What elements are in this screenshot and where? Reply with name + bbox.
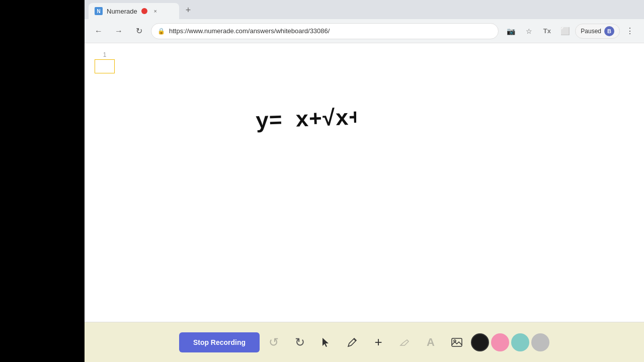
color-gray-button[interactable]: [531, 333, 549, 351]
url-text: https://www.numerade.com/answers/whitebo…: [169, 27, 492, 35]
nav-right-buttons: 📷 ☆ Tx ⬜ Paused B ⋮: [503, 23, 638, 39]
tab-favicon: N: [95, 7, 103, 15]
eraser-icon: [399, 337, 410, 348]
browser-window: N Numerade × + ← → ↻ 🔒 https://www.numer…: [85, 0, 644, 362]
forward-button[interactable]: →: [111, 23, 127, 39]
content-area: 1 y= x+√x+c Stop Recording ↺ ↻: [85, 43, 644, 362]
pen-tool-button[interactable]: [340, 330, 364, 354]
new-tab-button[interactable]: +: [181, 3, 195, 17]
page-thumbnail: [95, 59, 115, 73]
color-teal-button[interactable]: [511, 333, 529, 351]
toolbar: Stop Recording ↺ ↻: [85, 322, 644, 362]
svg-text:y= x+√x+c: y= x+√x+c: [256, 105, 356, 134]
cursor-tool-button[interactable]: [314, 330, 338, 354]
cursor-icon: [320, 337, 332, 348]
math-formula-svg: y= x+√x+c: [256, 99, 356, 139]
tab-bar: N Numerade × +: [85, 0, 644, 19]
color-black-button[interactable]: [471, 333, 489, 351]
paused-label: Paused: [581, 28, 601, 35]
reload-button[interactable]: ↻: [131, 23, 147, 39]
image-icon: [451, 336, 463, 348]
user-avatar: B: [604, 26, 614, 36]
image-tool-button[interactable]: [445, 330, 469, 354]
add-button[interactable]: +: [366, 330, 390, 354]
color-pink-button[interactable]: [491, 333, 509, 351]
tab-title: Numerade: [107, 8, 137, 15]
undo-button[interactable]: ↺: [262, 330, 286, 354]
text-tool-button[interactable]: A: [419, 330, 443, 354]
tab-close-button[interactable]: ×: [151, 7, 159, 15]
redo-button[interactable]: ↻: [288, 330, 312, 354]
svg-rect-1: [452, 338, 462, 346]
extension-button[interactable]: Tx: [539, 23, 555, 39]
active-tab[interactable]: N Numerade ×: [89, 3, 179, 19]
screen-button[interactable]: ⬜: [557, 23, 573, 39]
bookmark-button[interactable]: ☆: [521, 23, 537, 39]
whiteboard[interactable]: 1 y= x+√x+c Stop Recording ↺ ↻: [85, 43, 644, 362]
recording-indicator: [141, 8, 147, 14]
page-number-indicator: 1: [95, 51, 115, 73]
numerade-favicon: N: [95, 7, 103, 15]
eraser-button[interactable]: [392, 330, 417, 354]
camera-button[interactable]: 📷: [503, 23, 519, 39]
browser-menu-button[interactable]: ⋮: [622, 23, 638, 39]
stop-recording-button[interactable]: Stop Recording: [179, 332, 260, 352]
page-number-text: 1: [103, 51, 107, 58]
back-button[interactable]: ←: [91, 23, 107, 39]
pen-icon: [347, 337, 358, 348]
address-bar[interactable]: 🔒 https://www.numerade.com/answers/white…: [151, 23, 499, 39]
security-icon: 🔒: [157, 28, 165, 35]
paused-badge: Paused B: [575, 24, 620, 39]
nav-bar: ← → ↻ 🔒 https://www.numerade.com/answers…: [85, 19, 644, 43]
